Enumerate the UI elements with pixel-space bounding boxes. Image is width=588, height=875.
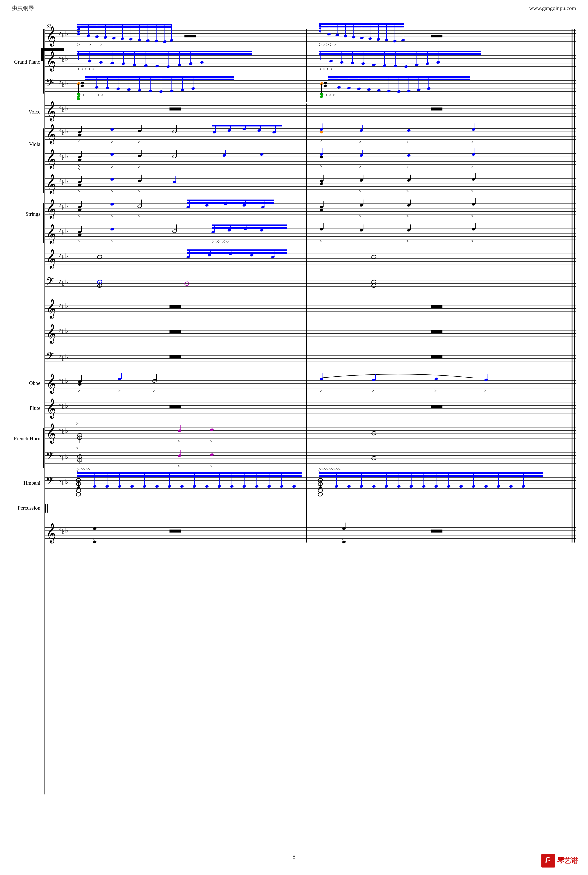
svg-text:>: > xyxy=(406,140,409,144)
svg-text:♭: ♭ xyxy=(58,176,62,183)
svg-text:♭: ♭ xyxy=(62,480,65,487)
svg-text:𝄞: 𝄞 xyxy=(46,26,56,47)
svg-text:>: > xyxy=(138,214,140,219)
svg-text:>: > xyxy=(210,464,212,469)
svg-point-624 xyxy=(267,485,271,488)
svg-point-614 xyxy=(142,485,147,488)
svg-text:> >>>>: > >>>> xyxy=(77,467,90,472)
svg-rect-534 xyxy=(170,405,181,408)
svg-point-170 xyxy=(148,89,152,93)
svg-point-322 xyxy=(138,179,142,182)
svg-point-287 xyxy=(172,154,177,158)
svg-text:♭: ♭ xyxy=(65,227,68,235)
extra-bass-staff2-lines xyxy=(45,353,576,364)
brand-icon xyxy=(542,854,555,867)
svg-point-661 xyxy=(434,485,438,488)
svg-point-610 xyxy=(93,485,97,488)
svg-rect-360 xyxy=(187,202,274,204)
svg-point-110 xyxy=(189,62,193,65)
svg-text:>: > xyxy=(359,189,362,194)
flute-staff-lines xyxy=(45,403,576,414)
svg-text:> > > >: > > > > xyxy=(321,93,335,98)
svg-text:>>>>>>>>>: >>>>>>>>> xyxy=(319,467,340,472)
svg-text:𝄞: 𝄞 xyxy=(46,323,56,344)
svg-text:>: > xyxy=(320,239,322,244)
svg-text:>: > xyxy=(372,388,374,393)
svg-text:𝄞: 𝄞 xyxy=(46,224,56,244)
svg-rect-114 xyxy=(319,53,481,55)
svg-text:♭: ♭ xyxy=(65,177,68,185)
strings-label: Strings xyxy=(26,211,40,217)
svg-point-37 xyxy=(112,36,116,40)
oboe-staff-lines xyxy=(45,378,576,389)
svg-rect-401 xyxy=(212,224,286,226)
svg-point-130 xyxy=(361,62,365,65)
header: 虫虫钢琴 www.gangqinpu.com xyxy=(0,5,588,12)
svg-text:♭: ♭ xyxy=(62,204,65,211)
brand-logo: 琴艺谱 xyxy=(542,854,578,867)
svg-point-625 xyxy=(280,485,284,488)
svg-text:♭: ♭ xyxy=(58,301,62,308)
svg-text:>: > xyxy=(78,167,80,172)
svg-point-71 xyxy=(368,37,372,40)
svg-text:>: > xyxy=(76,446,78,451)
svg-point-129 xyxy=(351,62,354,65)
svg-text:𝄞: 𝄞 xyxy=(46,523,56,544)
svg-text:♭: ♭ xyxy=(65,279,68,286)
extra-staff1-lines xyxy=(45,253,576,264)
svg-point-133 xyxy=(393,65,398,68)
svg-text:>: > xyxy=(471,164,474,169)
extra-staff3-lines xyxy=(45,328,576,339)
svg-text:>: > xyxy=(359,140,362,144)
svg-point-377 xyxy=(407,203,411,207)
svg-text:> >: > > xyxy=(97,93,104,98)
svg-text:♭: ♭ xyxy=(58,277,62,284)
svg-text:>: > xyxy=(111,189,113,194)
svg-point-662 xyxy=(447,485,451,488)
svg-text:>: > xyxy=(78,138,80,143)
page-number: -8- xyxy=(291,853,298,860)
site-name-left: 虫虫钢琴 xyxy=(12,5,34,12)
svg-text:>: > xyxy=(153,388,155,393)
svg-text:>: > xyxy=(111,140,113,144)
svg-text:𝄢: 𝄢 xyxy=(46,77,54,91)
svg-text:>: > xyxy=(359,164,362,169)
svg-point-613 xyxy=(130,485,134,488)
svg-text:♭: ♭ xyxy=(62,179,65,186)
svg-text:♭: ♭ xyxy=(58,201,62,208)
svg-text:♭: ♭ xyxy=(65,427,68,434)
svg-point-183 xyxy=(323,84,327,87)
piano-staff2-lines xyxy=(45,56,576,66)
svg-point-39 xyxy=(129,38,133,41)
svg-point-657 xyxy=(384,485,388,488)
svg-text:>: > xyxy=(76,421,78,426)
svg-point-43 xyxy=(163,40,167,43)
piano-staff1-lines xyxy=(45,31,576,42)
svg-point-626 xyxy=(292,485,296,488)
svg-text:>: > xyxy=(177,464,180,469)
svg-text:♭: ♭ xyxy=(62,106,65,113)
svg-text:>: > xyxy=(471,214,474,219)
svg-point-150 xyxy=(80,81,84,84)
svg-text:♭: ♭ xyxy=(65,80,68,87)
svg-point-618 xyxy=(192,485,196,488)
svg-point-72 xyxy=(376,38,380,41)
svg-point-374 xyxy=(359,203,363,207)
svg-text:>: > xyxy=(78,239,80,244)
svg-point-611 xyxy=(105,485,109,488)
svg-text:𝄢: 𝄢 xyxy=(46,350,54,365)
svg-point-127 xyxy=(329,59,333,63)
svg-text:>: > xyxy=(177,439,180,444)
svg-rect-586 xyxy=(77,472,302,474)
svg-text:>: > xyxy=(88,42,91,47)
svg-text:𝄢: 𝄢 xyxy=(46,475,54,489)
svg-text:𝄞: 𝄞 xyxy=(46,398,56,419)
svg-point-198 xyxy=(347,86,351,90)
strings-staff1-lines xyxy=(45,203,576,214)
svg-point-327 xyxy=(320,179,324,182)
svg-point-667 xyxy=(509,485,513,488)
svg-text:>: > xyxy=(111,214,113,219)
svg-rect-87 xyxy=(77,51,252,53)
svg-text:♭: ♭ xyxy=(65,105,68,112)
svg-rect-219 xyxy=(170,108,181,110)
